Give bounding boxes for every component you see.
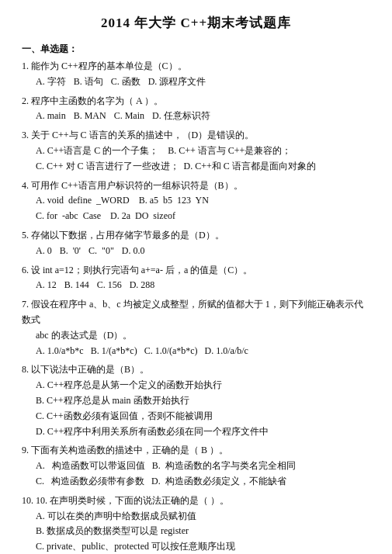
section-title-1: 一、单选题： — [22, 43, 370, 56]
question-5: 5. 存储以下数据，占用存储字节最多的是（D）。 A. 0 B. '0' C. … — [22, 228, 370, 259]
question-6: 6. 设 int a=12；则执行完语句 a+=a- 后，a 的值是（C）。 A… — [22, 263, 370, 294]
page-title: 2014 年大学 C++期末考试题库 — [22, 14, 370, 32]
question-3: 3. 关于 C++与 C 语言的关系的描述中，（D）是错误的。 A. C++语言… — [22, 128, 370, 174]
question-4: 4. 可用作 C++语言用户标识符的一组标识符是（B）。 A. void def… — [22, 178, 370, 224]
question-8: 8. 以下说法中正确的是（B）。 A. C++程序总是从第一个定义的函数开始执行… — [22, 362, 370, 439]
section-1: 一、单选题： 1. 能作为 C++程序的基本单位是（C）。 A. 字符 B. 语… — [22, 43, 370, 554]
question-2: 2. 程序中主函数的名字为（ A ）。 A. main B. MAN C. Ma… — [22, 94, 370, 125]
question-1: 1. 能作为 C++程序的基本单位是（C）。 A. 字符 B. 语句 C. 函数… — [22, 59, 370, 90]
question-10: 10. 10. 在声明类时候，下面的说法正确的是（ ）。 A. 可以在类的声明中… — [22, 493, 370, 554]
question-7: 7. 假设在程序中 a、b、c 均被定义成整型，所赋的值都大于 1，则下列能正确… — [22, 297, 370, 358]
question-9: 9. 下面有关构造函数的描述中，正确的是（ B ）。 A. 构造函数可以带返回值… — [22, 443, 370, 489]
